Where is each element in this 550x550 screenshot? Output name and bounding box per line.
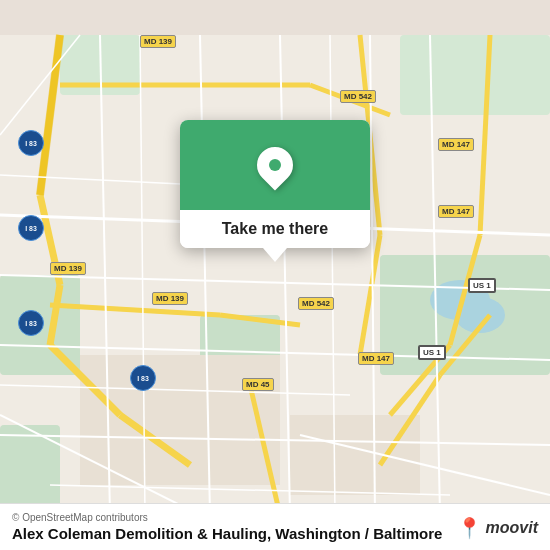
svg-rect-9 <box>80 355 280 485</box>
shield-i83-3: I 83 <box>18 310 44 336</box>
location-pin <box>250 140 301 191</box>
shield-us1-1: US 1 <box>468 278 496 293</box>
svg-rect-4 <box>0 425 60 515</box>
moovit-pin-icon: 📍 <box>457 516 482 540</box>
map-svg <box>0 0 550 550</box>
svg-rect-5 <box>400 35 550 115</box>
pin-inner <box>269 159 281 171</box>
take-me-there-button[interactable]: Take me there <box>196 220 354 238</box>
shield-i83-2: I 83 <box>18 215 44 241</box>
shield-md147-1: MD 147 <box>438 138 474 151</box>
shield-md139-3: MD 139 <box>152 292 188 305</box>
location-name: Alex Coleman Demolition & Hauling, Washi… <box>12 525 369 542</box>
bottom-bar: © OpenStreetMap contributors Alex Colema… <box>0 503 550 550</box>
popup-green-header <box>180 120 370 210</box>
popup-button-area[interactable]: Take me there <box>180 210 370 248</box>
shield-md147-2: MD 147 <box>438 205 474 218</box>
shield-i83-4: I 83 <box>130 365 156 391</box>
shield-md45: MD 45 <box>242 378 274 391</box>
shield-i83-1: I 83 <box>18 130 44 156</box>
moovit-brand-text: moovit <box>486 519 538 537</box>
shield-md542-1: MD 542 <box>340 90 376 103</box>
svg-rect-10 <box>290 415 420 495</box>
moovit-logo: 📍 moovit <box>457 516 538 540</box>
shield-md139-2: MD 139 <box>50 262 86 275</box>
shield-md147-3: MD 147 <box>358 352 394 365</box>
location-subtitle: Baltimore <box>373 525 442 542</box>
popup-card: Take me there <box>180 120 370 248</box>
shield-us1-2: US 1 <box>418 345 446 360</box>
map-container: I 83 I 83 I 83 I 83 MD 139 MD 139 MD 139… <box>0 0 550 550</box>
popup-tail <box>263 248 287 262</box>
shield-md542-2: MD 542 <box>298 297 334 310</box>
shield-md139-1: MD 139 <box>140 35 176 48</box>
